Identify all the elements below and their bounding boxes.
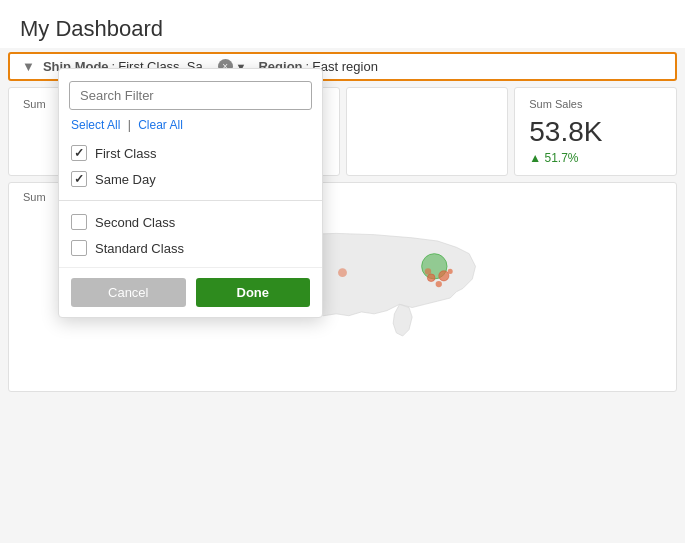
select-actions: Select All | Clear All — [59, 116, 322, 140]
done-button[interactable]: Done — [196, 278, 311, 307]
checkbox-standard-class — [71, 240, 87, 256]
option-first-class-label: First Class — [95, 146, 156, 161]
option-standard-class[interactable]: Standard Class — [71, 235, 310, 261]
svg-point-5 — [425, 268, 431, 274]
checkbox-first-class: ✓ — [71, 145, 87, 161]
svg-point-4 — [448, 269, 453, 274]
checkbox-second-class — [71, 214, 87, 230]
svg-point-1 — [439, 271, 449, 281]
link-divider: | — [128, 118, 131, 132]
filter-dropdown-popup: Select All | Clear All ✓ First Class ✓ S… — [58, 68, 323, 318]
option-second-class-label: Second Class — [95, 215, 175, 230]
filter-options-unchecked: Second Class Standard Class — [59, 205, 322, 267]
options-separator — [59, 200, 322, 201]
search-filter-input[interactable] — [69, 81, 312, 110]
filter-options-checked: ✓ First Class ✓ Same Day — [59, 140, 322, 196]
kpi-card-3 — [346, 87, 509, 176]
option-first-class[interactable]: ✓ First Class — [71, 140, 310, 166]
kpi-card-4-value: 53.8K — [529, 116, 662, 148]
option-same-day[interactable]: ✓ Same Day — [71, 166, 310, 192]
svg-point-3 — [436, 281, 442, 287]
popup-footer: Cancel Done — [59, 267, 322, 317]
filter-funnel-icon: ▼ — [22, 59, 35, 74]
kpi-card-4-change: ▲ 51.7% — [529, 151, 662, 165]
cancel-button[interactable]: Cancel — [71, 278, 186, 307]
page-header: My Dashboard — [0, 0, 685, 48]
clear-all-link[interactable]: Clear All — [138, 118, 183, 132]
option-second-class[interactable]: Second Class — [71, 209, 310, 235]
option-same-day-label: Same Day — [95, 172, 156, 187]
kpi-card-4: Sum Sales 53.8K ▲ 51.7% — [514, 87, 677, 176]
page-title: My Dashboard — [20, 16, 665, 42]
option-standard-class-label: Standard Class — [95, 241, 184, 256]
svg-point-2 — [427, 274, 435, 282]
kpi-card-4-title: Sum Sales — [529, 98, 662, 110]
select-all-link[interactable]: Select All — [71, 118, 120, 132]
svg-point-7 — [338, 268, 347, 277]
checkbox-same-day: ✓ — [71, 171, 87, 187]
